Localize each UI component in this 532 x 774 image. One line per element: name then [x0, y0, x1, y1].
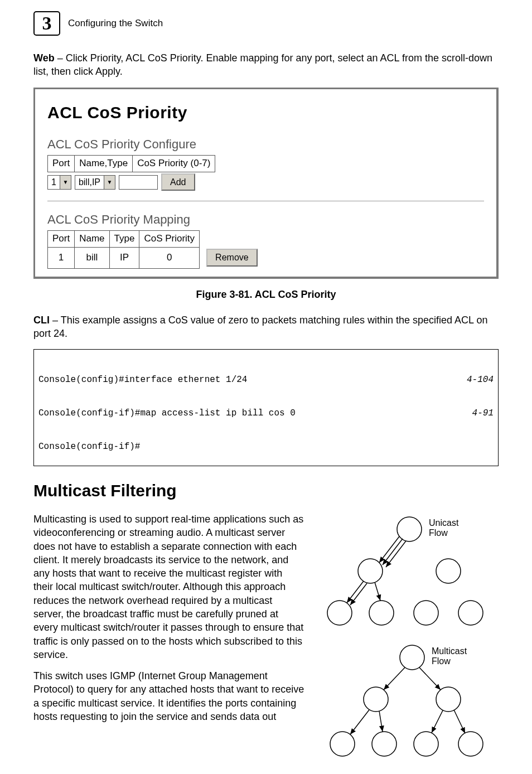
port-select-value: 1 — [48, 176, 60, 189]
intro-web-text: – Click Priority, ACL CoS Priority. Enab… — [33, 52, 492, 77]
right-column: Unicast Flow Multicast Flow — [315, 512, 499, 774]
chapter-title: Configuring the Switch — [68, 17, 163, 30]
mapping-table: Port Name Type CoS Priority 1 bill IP 0 … — [47, 230, 262, 269]
svg-line-12 — [375, 582, 380, 601]
svg-line-24 — [432, 710, 443, 733]
svg-point-0 — [397, 517, 422, 541]
svg-point-18 — [414, 732, 438, 756]
para-2: This switch uses IGMP (Internet Group Ma… — [33, 669, 304, 723]
svg-point-16 — [330, 732, 355, 756]
remove-button[interactable]: Remove — [206, 249, 258, 267]
intro-cli-bold: CLI — [33, 315, 50, 326]
svg-line-8 — [383, 539, 403, 565]
configure-controls: 1 ▼ bill,IP ▼ Add — [47, 173, 484, 191]
mapping-row: 1 bill IP 0 Remove — [48, 247, 262, 268]
unicast-label-1: Unicast — [429, 518, 459, 528]
port-select[interactable]: 1 ▼ — [47, 175, 71, 190]
svg-line-20 — [384, 667, 405, 690]
code-l3: Console(config-if)# — [38, 441, 140, 452]
svg-line-11 — [350, 583, 367, 605]
two-column-layout: Multicasting is used to support real-tim… — [33, 512, 499, 774]
configure-heading: ACL CoS Priority Configure — [47, 136, 484, 153]
configure-table: Port Name,Type CoS Priority (0-7) — [47, 155, 215, 172]
svg-point-5 — [414, 601, 438, 625]
mapping-heading: ACL CoS Priority Mapping — [47, 211, 484, 228]
svg-point-6 — [458, 601, 483, 625]
svg-point-4 — [369, 601, 394, 625]
intro-cli: CLI – This example assigns a CoS value o… — [33, 313, 499, 341]
figure-caption: Figure 3-81. ACL CoS Priority — [33, 288, 499, 301]
screenshot-title: ACL CoS Priority — [47, 101, 484, 124]
chevron-down-icon[interactable]: ▼ — [104, 176, 115, 189]
map-hdr-type: Type — [109, 231, 139, 248]
chevron-down-icon[interactable]: ▼ — [60, 176, 71, 189]
map-hdr-port: Port — [48, 231, 75, 248]
svg-point-1 — [358, 559, 383, 583]
svg-point-13 — [400, 645, 424, 670]
add-button[interactable]: Add — [161, 173, 195, 191]
cfg-hdr-nametype: Name,Type — [75, 155, 133, 172]
map-cell-type: IP — [109, 247, 139, 268]
map-hdr-cos: CoS Priority — [139, 231, 200, 248]
map-cell-cos: 0 — [139, 247, 200, 268]
svg-line-7 — [379, 536, 399, 563]
mapping-header-row: Port Name Type CoS Priority — [48, 231, 262, 248]
cos-input[interactable] — [119, 175, 158, 190]
cfg-hdr-cos: CoS Priority (0-7) — [133, 155, 215, 172]
code-r1: 4-104 — [467, 374, 494, 385]
multicast-label-2: Flow — [432, 656, 451, 666]
svg-line-22 — [350, 710, 369, 734]
nametype-select-value: bill,IP — [75, 176, 104, 189]
left-column: Multicasting is used to support real-tim… — [33, 512, 304, 731]
configure-header-row: Port Name,Type CoS Priority (0-7) — [48, 155, 215, 172]
code-l1: Console(config)#interface ethernet 1/24 — [38, 374, 247, 385]
svg-point-3 — [327, 601, 352, 625]
nametype-select[interactable]: bill,IP ▼ — [75, 175, 115, 190]
map-cell-action: Remove — [200, 247, 262, 268]
unicast-label-2: Flow — [429, 528, 448, 538]
chapter-badge: 3 — [33, 11, 60, 36]
multicast-label-1: Multicast — [432, 646, 467, 656]
code-block: Console(config)#interface ethernet 1/244… — [33, 349, 499, 466]
flow-diagram: Unicast Flow Multicast Flow — [315, 512, 499, 774]
svg-line-10 — [347, 581, 364, 603]
map-hdr-name: Name — [75, 231, 109, 248]
svg-point-2 — [436, 559, 461, 583]
screenshot-panel: ACL CoS Priority ACL CoS Priority Config… — [33, 88, 499, 279]
svg-point-19 — [458, 732, 483, 756]
svg-point-15 — [436, 687, 461, 712]
svg-line-23 — [379, 711, 383, 732]
svg-line-25 — [454, 710, 465, 733]
page-header: 3 Configuring the Switch — [33, 11, 499, 36]
svg-line-21 — [419, 667, 441, 690]
intro-cli-text: – This example assigns a CoS value of ze… — [33, 315, 487, 339]
map-cell-name: bill — [75, 247, 109, 268]
code-r2: 4-91 — [472, 408, 494, 419]
intro-web: Web – Click Priority, ACL CoS Priority. … — [33, 51, 499, 79]
code-l2: Console(config-if)#map access-list ip bi… — [38, 408, 296, 419]
section-heading: Multicast Filtering — [33, 480, 499, 502]
para-1: Multicasting is used to support real-tim… — [33, 512, 304, 661]
divider — [47, 201, 484, 201]
svg-point-17 — [372, 732, 396, 756]
cfg-hdr-port: Port — [48, 155, 75, 172]
intro-web-bold: Web — [33, 52, 55, 64]
map-cell-port: 1 — [48, 247, 75, 268]
svg-point-14 — [364, 687, 388, 712]
svg-line-9 — [386, 541, 406, 567]
